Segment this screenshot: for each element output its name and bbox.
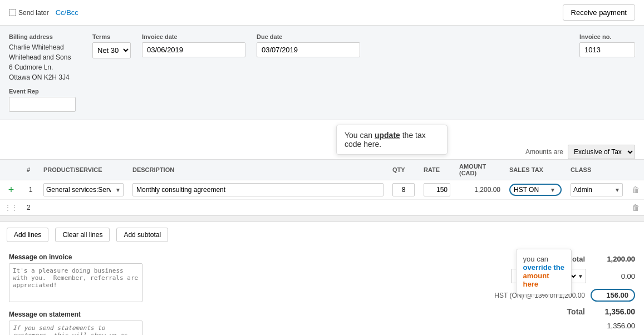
billing-address-group: Billing address Charlie Whitehead Whiteh…: [9, 33, 81, 82]
billing-section: Billing address Charlie Whitehead Whiteh…: [0, 26, 644, 120]
add-subtotal-button[interactable]: Add subtotal: [116, 228, 168, 242]
row2-product-cell: [39, 200, 128, 215]
due-date-input[interactable]: [257, 42, 360, 57]
event-rep-input[interactable]: [9, 97, 76, 112]
override-word: override: [523, 263, 552, 272]
row1-rate-input[interactable]: [424, 183, 450, 196]
message-statement-textarea[interactable]: [9, 321, 142, 335]
address-line2: Whitehead and Sons: [9, 52, 81, 62]
event-rep-label: Event Rep: [9, 88, 635, 95]
total-value: 1,356.00: [591, 307, 635, 316]
row1-class-select[interactable]: ▼: [571, 183, 623, 196]
row2-desc-cell: [128, 200, 388, 215]
override-tooltip: you can override the amount here: [516, 249, 572, 294]
line-items-table: # PRODUCT/SERVICE DESCRIPTION QTY RATE A…: [0, 159, 644, 215]
col-rate-header: RATE: [419, 160, 455, 180]
event-rep-group: Event Rep: [9, 88, 635, 112]
clear-all-lines-button[interactable]: Clear all lines: [55, 228, 110, 242]
top-bar-left: Send later Cc/Bcc: [9, 8, 78, 17]
override-here: here: [523, 280, 538, 288]
invoice-date-group: Invoice date: [142, 33, 245, 57]
row1-class-input[interactable]: [571, 184, 612, 196]
invoice-no-group: Invoice no.: [579, 33, 635, 57]
discount-value: 0.00: [591, 272, 635, 280]
hst-value[interactable]: 156.00: [591, 289, 635, 302]
col-hash-header: [0, 160, 22, 180]
col-del-header: [627, 160, 644, 180]
table-row: + 1 ▼ 1,200.00: [0, 180, 644, 200]
amounts-are-row: Amounts are Exclusive of Tax: [525, 145, 635, 159]
add-lines-button[interactable]: Add lines: [7, 228, 48, 242]
send-later-input[interactable]: [9, 9, 16, 16]
row1-product-select[interactable]: ▼: [43, 183, 124, 196]
row1-class-arrow[interactable]: ▼: [612, 187, 622, 193]
row1-qty-input[interactable]: [392, 183, 415, 196]
row1-amount-cell: 1,200.00: [455, 180, 505, 200]
message-statement-label: Message on statement: [9, 311, 412, 318]
row2-delete-icon[interactable]: 🗑: [632, 203, 640, 212]
table-actions: Add lines Clear all lines Add subtotal: [0, 222, 644, 248]
amounts-are-select[interactable]: Exclusive of Tax: [568, 145, 635, 159]
tax-tooltip: You can update the tax code here.: [336, 125, 448, 155]
row1-desc-input[interactable]: [132, 183, 384, 196]
row1-num: 1: [22, 180, 39, 200]
row1-qty-cell: [388, 180, 419, 200]
invoice-no-input[interactable]: [579, 42, 635, 57]
address-line1: Charlie Whitehead: [9, 42, 81, 52]
add-row-icon[interactable]: +: [8, 184, 14, 195]
amounts-are-label: Amounts are: [525, 148, 563, 156]
invoice-date-input[interactable]: [142, 42, 245, 57]
cc-bcc-link[interactable]: Cc/Bcc: [56, 8, 78, 17]
row2-salestax-cell: [505, 200, 566, 215]
terms-select[interactable]: Net 30: [93, 43, 130, 58]
messages-column: Message on invoice Message on statement: [9, 253, 412, 335]
send-later-label: Send later: [18, 9, 49, 17]
row1-product-input[interactable]: [44, 184, 113, 196]
top-bar: Send later Cc/Bcc Receive payment: [0, 0, 644, 26]
row1-class-cell: ▼: [566, 180, 627, 200]
row2-drag-handle[interactable]: ⋮⋮: [4, 204, 18, 211]
due-date-group: Due date: [257, 33, 360, 57]
send-later-checkbox[interactable]: Send later: [9, 9, 49, 17]
col-qty-header: QTY: [388, 160, 419, 180]
row1-product-dropdown-arrow[interactable]: ▼: [113, 187, 123, 193]
subtotal-value: 1,200.00: [591, 255, 635, 263]
row2-delete-cell[interactable]: 🗑: [627, 200, 644, 215]
row1-salestax-select[interactable]: ▼: [509, 184, 562, 196]
row2-num: 2: [22, 200, 39, 215]
row1-salestax-input[interactable]: [514, 186, 550, 194]
message-statement-group: Message on statement: [9, 311, 412, 335]
address-line4: Ottawa ON K2H 3J4: [9, 72, 81, 82]
row1-delete-icon[interactable]: 🗑: [632, 185, 640, 194]
discount-arrow[interactable]: ▼: [578, 273, 586, 279]
invoice-date-label: Invoice date: [142, 33, 245, 40]
terms-label: Terms: [92, 33, 131, 40]
row1-delete-cell[interactable]: 🗑: [627, 180, 644, 200]
tax-tooltip-row: You can update the tax code here. Amount…: [0, 120, 644, 159]
horizontal-scrollbar[interactable]: [0, 215, 644, 222]
row2-class-cell: [566, 200, 627, 215]
billing-grid: Billing address Charlie Whitehead Whiteh…: [9, 33, 635, 82]
terms-select-wrap[interactable]: Net 30: [92, 42, 131, 58]
row1-salestax-arrow[interactable]: ▼: [550, 187, 555, 193]
override-amount: amount: [523, 272, 549, 280]
col-amount-header: AMOUNT (CAD): [455, 160, 505, 180]
receive-payment-button[interactable]: Receive payment: [563, 4, 635, 21]
billing-address-label: Billing address: [9, 33, 81, 40]
table-row-2: ⋮⋮ 2 🗑: [0, 200, 644, 215]
override-the: the: [554, 263, 565, 272]
add-row-icon-cell[interactable]: +: [0, 180, 22, 200]
table-header-row: # PRODUCT/SERVICE DESCRIPTION QTY RATE A…: [0, 160, 644, 180]
billing-address: Charlie Whitehead Whitehead and Sons 6 C…: [9, 42, 81, 82]
row1-product-cell: ▼: [39, 180, 128, 200]
total-row: Total 1,356.00: [424, 306, 635, 318]
row2-rate-cell: [419, 200, 455, 215]
col-class-header: CLASS: [566, 160, 627, 180]
message-invoice-group: Message on invoice: [9, 253, 412, 304]
row1-desc-cell: [128, 180, 388, 200]
row1-salestax-cell: ▼: [505, 180, 566, 200]
terms-group: Terms Net 30: [92, 33, 131, 58]
message-invoice-textarea[interactable]: [9, 263, 142, 302]
row2-drag-cell: ⋮⋮: [0, 200, 22, 215]
row1-rate-cell: [419, 180, 455, 200]
